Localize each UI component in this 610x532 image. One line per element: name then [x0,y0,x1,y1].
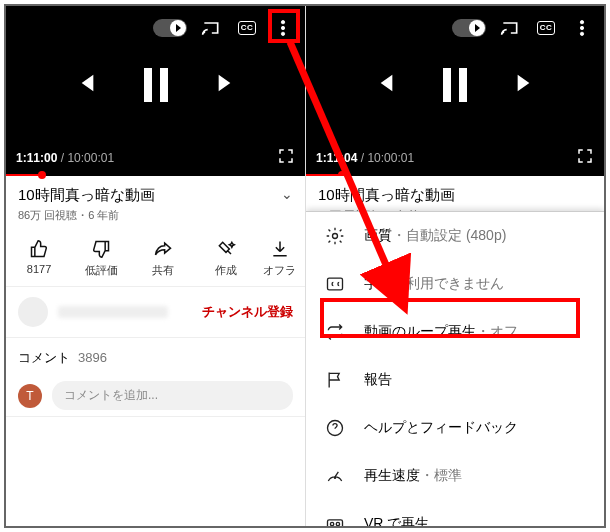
current-time: 1:11:04 [316,151,357,165]
dislike-button[interactable]: 低評価 [73,239,129,278]
pause-icon[interactable] [443,68,467,102]
menu-vr[interactable]: VR で再生 [306,500,604,526]
video-meta[interactable]: 10時間真っ暗な動画 ⌄ 86万 回視聴・6 年前 [6,176,305,229]
vr-icon [324,513,346,526]
comment-input[interactable]: コメントを追加... [52,381,293,410]
svg-point-1 [281,26,284,29]
more-menu-icon[interactable] [566,12,598,44]
phone-left: CC 1:11:00 / 10:00:01 10時間真っ暗な動画 ⌄ 86万 [6,6,305,526]
prev-icon[interactable] [369,69,397,101]
subscribe-button[interactable]: チャンネル登録 [202,303,293,321]
svg-point-0 [281,21,284,24]
offline-button[interactable]: オフラ [260,239,300,278]
svg-point-11 [330,522,333,525]
more-menu-icon[interactable] [267,12,299,44]
svg-rect-10 [328,520,343,526]
help-icon [324,417,346,439]
menu-report[interactable]: 報告 [306,356,604,404]
autoplay-toggle[interactable] [452,19,486,37]
channel-row[interactable]: チャンネル登録 [6,287,305,338]
svg-point-12 [336,522,339,525]
create-button[interactable]: 作成 [198,239,254,278]
phone-right: CC 1:11:04 / 10:00:01 10時間真っ暗な動画 86万 回視聴… [305,6,604,526]
svg-point-9 [334,476,337,479]
comments-count: 3896 [78,350,107,365]
user-avatar: T [18,384,42,408]
pause-icon[interactable] [144,68,168,102]
autoplay-toggle[interactable] [153,19,187,37]
cast-icon[interactable] [494,12,526,44]
expand-icon[interactable]: ⌄ [281,186,293,202]
channel-name [58,306,168,318]
duration: 10:00:01 [67,151,114,165]
duration: 10:00:01 [367,151,414,165]
fullscreen-icon[interactable] [277,147,295,168]
video-subtitle: 86万 回視聴・6 年前 [18,208,293,223]
svg-point-5 [580,32,583,35]
fullscreen-icon[interactable] [576,147,594,168]
video-player[interactable]: CC 1:11:00 / 10:00:01 [6,6,305,176]
next-icon[interactable] [513,69,541,101]
menu-captions[interactable]: 字幕・利用できません [306,260,604,308]
comments-label: コメント [18,350,70,365]
svg-rect-7 [328,278,343,290]
gear-icon [324,225,346,247]
speed-icon [324,465,346,487]
svg-point-6 [333,234,338,239]
svg-point-4 [580,26,583,29]
video-title: 10時間真っ暗な動画 [18,186,155,205]
cc-icon[interactable]: CC [231,12,263,44]
prev-icon[interactable] [70,69,98,101]
cc-icon [324,273,346,295]
menu-loop[interactable]: 動画のループ再生・オフ [306,308,604,356]
cc-icon[interactable]: CC [530,12,562,44]
loop-icon [324,321,346,343]
channel-avatar [18,297,48,327]
next-icon[interactable] [214,69,242,101]
video-title: 10時間真っ暗な動画 [318,186,592,205]
flag-icon [324,369,346,391]
share-button[interactable]: 共有 [135,239,191,278]
cast-icon[interactable] [195,12,227,44]
menu-speed[interactable]: 再生速度・標準 [306,452,604,500]
svg-point-2 [281,32,284,35]
menu-help[interactable]: ヘルプとフィードバック [306,404,604,452]
video-player[interactable]: CC 1:11:04 / 10:00:01 [306,6,604,176]
svg-point-3 [580,21,583,24]
options-menu: 画質・自動設定 (480p) 字幕・利用できません 動画のループ再生・オフ 報告… [306,211,604,526]
menu-quality[interactable]: 画質・自動設定 (480p) [306,212,604,260]
like-button[interactable]: 8177 [11,239,67,278]
current-time: 1:11:00 [16,151,57,165]
